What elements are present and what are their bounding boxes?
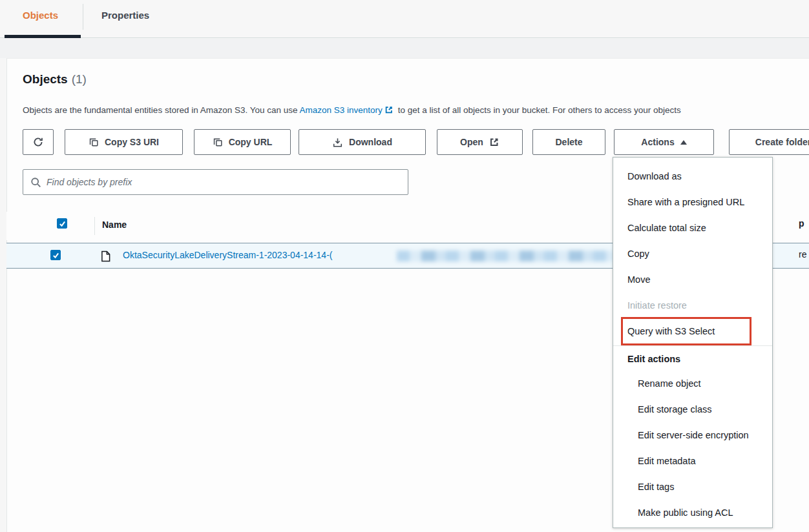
objects-title-text: Objects — [23, 72, 68, 86]
caret-up-icon — [680, 140, 687, 145]
external-link-icon — [489, 137, 499, 147]
name-column-header[interactable]: Name — [102, 220, 127, 230]
menu-item-edit-server-side-encryption[interactable]: Edit server-side encryption — [613, 422, 772, 448]
open-label: Open — [460, 137, 483, 147]
menu-divider — [613, 345, 772, 346]
actions-label: Actions — [641, 137, 674, 147]
truncated-row-value-fragment: re — [799, 249, 806, 260]
refresh-icon — [32, 136, 44, 148]
row-checkbox[interactable] — [50, 250, 61, 260]
menu-item-copy[interactable]: Copy — [613, 241, 772, 267]
refresh-button[interactable] — [23, 129, 54, 155]
create-folder-label: Create folder — [755, 137, 809, 147]
actions-button[interactable]: Actions — [614, 129, 714, 155]
tab-divider — [83, 4, 83, 30]
copy-s3-uri-label: Copy S3 URI — [105, 137, 159, 147]
copy-icon — [89, 137, 99, 147]
column-divider — [94, 217, 95, 235]
search-icon — [30, 177, 42, 189]
edit-actions-section-header: Edit actions — [613, 347, 772, 371]
page-title: Objects(1) — [23, 72, 87, 87]
background-band — [0, 39, 809, 58]
menu-item-edit-storage-class[interactable]: Edit storage class — [613, 396, 772, 422]
select-all-checkbox[interactable] — [57, 218, 67, 229]
menu-item-calculate-total-size[interactable]: Calculate total size — [613, 215, 772, 241]
tab-properties[interactable]: Properties — [101, 10, 149, 21]
amazon-s3-inventory-link[interactable]: Amazon S3 inventory — [300, 105, 383, 115]
tab-objects[interactable]: Objects — [23, 10, 58, 21]
description-text-before: Objects are the fundamental entities sto… — [23, 105, 298, 115]
menu-item-rename-object[interactable]: Rename object — [613, 371, 772, 396]
external-link-icon — [384, 105, 394, 114]
objects-count: (1) — [72, 72, 87, 86]
redacted-object-name-blur — [397, 251, 616, 261]
actions-dropdown-menu: Download as Share with a presigned URL C… — [613, 157, 773, 528]
copy-url-label: Copy URL — [229, 137, 273, 147]
tab-bar: Objects Properties — [0, 0, 809, 38]
download-icon — [332, 137, 343, 148]
file-icon — [101, 251, 110, 262]
object-name-link[interactable]: OktaSecurityLakeDeliveryStream-1-2023-04… — [123, 250, 332, 260]
download-label: Download — [349, 137, 392, 147]
s3-objects-page: Objects Properties Objects(1) Objects ar… — [0, 0, 809, 532]
truncated-column-header-fragment: p — [799, 218, 804, 229]
check-icon — [52, 252, 59, 259]
copy-icon — [213, 137, 223, 147]
search-box — [23, 169, 408, 195]
menu-item-label: Query with S3 Select — [627, 326, 715, 336]
menu-item-edit-tags[interactable]: Edit tags — [613, 474, 772, 500]
open-button[interactable]: Open — [437, 129, 523, 155]
menu-item-query-with-s3-select[interactable]: Query with S3 Select — [613, 318, 772, 344]
check-icon — [59, 220, 66, 227]
active-tab-underline — [5, 35, 81, 38]
menu-item-edit-metadata[interactable]: Edit metadata — [613, 448, 772, 474]
menu-item-make-public-using-acl[interactable]: Make public using ACL — [613, 500, 772, 526]
menu-item-initiate-restore: Initiate restore — [613, 292, 772, 318]
description-text-after: to get a list of all objects in your buc… — [398, 105, 681, 115]
menu-item-move[interactable]: Move — [613, 267, 772, 292]
menu-item-share-presigned-url[interactable]: Share with a presigned URL — [613, 189, 772, 215]
create-folder-button[interactable]: Create folder — [729, 129, 809, 155]
menu-item-download-as[interactable]: Download as — [613, 163, 772, 189]
search-input[interactable] — [47, 170, 402, 194]
copy-url-button[interactable]: Copy URL — [194, 129, 291, 155]
objects-description: Objects are the fundamental entities sto… — [23, 105, 809, 118]
delete-button[interactable]: Delete — [532, 129, 605, 155]
delete-label: Delete — [555, 137, 582, 147]
download-button[interactable]: Download — [299, 129, 426, 155]
copy-s3-uri-button[interactable]: Copy S3 URI — [65, 129, 183, 155]
